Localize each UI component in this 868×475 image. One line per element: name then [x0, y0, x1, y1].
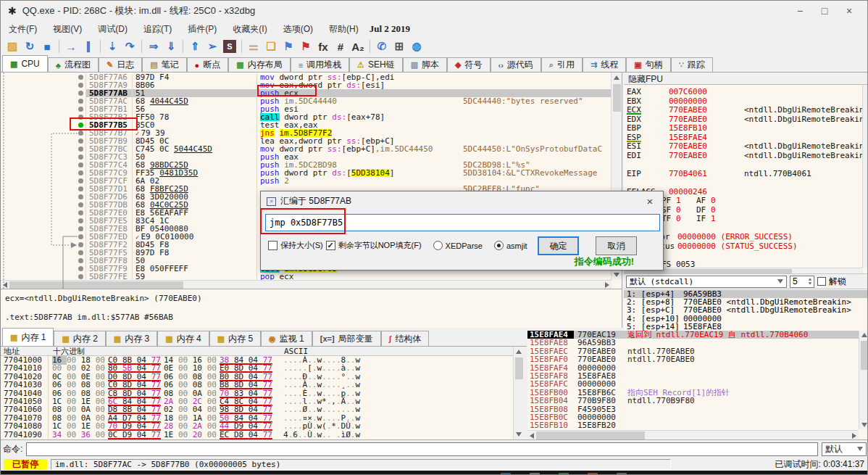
unlock-checkbox[interactable]: [817, 277, 826, 286]
row-dot[interactable]: [78, 154, 83, 160]
tab-seh[interactable]: ⚠SEH链: [349, 57, 403, 72]
disasm-gutter[interactable]: [1, 169, 86, 177]
row-dot[interactable]: [78, 170, 83, 175]
tab-struct[interactable]: ʃ结构体: [381, 331, 430, 346]
radio-asmjit[interactable]: [494, 241, 504, 250]
menu-item[interactable]: 追踪(T): [135, 21, 180, 38]
disasm-gutter[interactable]: [1, 177, 86, 185]
stop-icon[interactable]: ■: [38, 38, 56, 54]
bookmarks-icon[interactable]: ⚑: [297, 38, 314, 54]
disasm-gutter[interactable]: [1, 257, 86, 265]
step-out-icon[interactable]: ⇑: [186, 38, 204, 54]
stack-hscroll-thumb[interactable]: [536, 431, 645, 439]
tab-dump-5[interactable]: ▦内存 5: [209, 331, 261, 346]
disasm-gutter[interactable]: [1, 233, 86, 241]
row-dot[interactable]: [78, 146, 83, 152]
step-over-icon[interactable]: ↷: [121, 38, 138, 54]
stack-view[interactable]: 15E8FAE4770EAC19返回到 ntdll.770EAC19 自 ntd…: [527, 331, 868, 439]
row-dot[interactable]: [78, 91, 83, 96]
row-dot[interactable]: [78, 226, 83, 231]
menu-item[interactable]: 调试(D): [90, 21, 135, 38]
menu-item[interactable]: 选项(O): [275, 21, 321, 38]
minimize-button[interactable]: −: [788, 5, 812, 17]
command-script-select[interactable]: 默认: [822, 442, 867, 456]
row-dot[interactable]: [78, 131, 83, 136]
disasm-gutter[interactable]: [1, 201, 86, 209]
row-dot[interactable]: [78, 194, 83, 199]
assemble-dialog-titlebar[interactable]: ≡ 汇编于 5D8F77AB ×: [261, 191, 663, 211]
disasm-hscrollbar[interactable]: [1, 280, 612, 289]
assemble-instruction-input[interactable]: [265, 214, 660, 231]
dialog-close-icon[interactable]: ×: [643, 195, 657, 207]
tab-trace[interactable]: ∵跟踪: [671, 57, 713, 72]
tab-dump-2[interactable]: ▦内存 2: [54, 331, 105, 346]
argument-row[interactable]: 5: [esp+14]15E8FAE8: [624, 323, 868, 331]
register-row[interactable]: EBP15E8FB10: [624, 124, 868, 133]
row-dot[interactable]: [78, 250, 83, 255]
disasm-gutter[interactable]: [1, 193, 86, 201]
register-row[interactable]: [624, 178, 868, 188]
stack-vscrollbar[interactable]: [859, 331, 868, 429]
disasm-gutter[interactable]: [1, 185, 86, 193]
disasm-gutter[interactable]: [1, 249, 86, 257]
restart-icon[interactable]: ↻: [21, 38, 38, 54]
tab-call-stack[interactable]: ≡调用堆栈: [291, 57, 349, 72]
row-dot[interactable]: [78, 83, 83, 88]
hide-fpu-button[interactable]: 隐藏FPU: [624, 73, 868, 85]
disasm-gutter[interactable]: [1, 81, 86, 89]
register-row[interactable]: EDX770EABE0<ntdll.DbgUiRemoteBreakin>: [624, 115, 868, 125]
disasm-gutter[interactable]: [1, 129, 86, 137]
menu-item[interactable]: 帮助(H): [321, 21, 367, 38]
tab-log[interactable]: ✎日志: [99, 57, 142, 72]
row-dot[interactable]: [78, 75, 83, 80]
row-dot[interactable]: [78, 162, 83, 168]
register-row[interactable]: EDI770EABE0<ntdll.DbgUiRemoteBreakin>: [624, 152, 868, 161]
run-icon[interactable]: →: [62, 38, 80, 54]
command-input[interactable]: [26, 442, 818, 456]
patches-icon[interactable]: ⚌: [245, 38, 262, 54]
disasm-gutter[interactable]: [1, 265, 86, 273]
tab-handles[interactable]: ▣句柄: [626, 57, 670, 72]
register-row[interactable]: EAX007C6000: [624, 88, 868, 97]
disasm-gutter[interactable]: [1, 153, 86, 161]
row-dot[interactable]: [78, 242, 83, 247]
tab-script[interactable]: ▥脚本: [403, 57, 447, 72]
calculator-icon[interactable]: ⊞: [391, 38, 408, 54]
open-file-icon[interactable]: ▨: [4, 38, 21, 54]
dump-vscrollbar[interactable]: [513, 347, 524, 439]
row-dot[interactable]: [78, 99, 83, 104]
arg-count-spinner[interactable]: 5: [790, 276, 814, 288]
memory-dump-view[interactable]: 地址 十六进制 ASCII 7704100016 00 18 00C0 8B 0…: [1, 347, 524, 439]
keep-size-checkbox[interactable]: [268, 241, 277, 250]
strings-icon[interactable]: A₂: [349, 38, 367, 54]
nop-fill-checkbox[interactable]: [326, 241, 335, 250]
disasm-gutter[interactable]: [1, 137, 86, 145]
tab-dump-1[interactable]: ▦内存 1: [2, 328, 54, 346]
tab-source[interactable]: ‹›源代码: [491, 57, 541, 72]
tab-breakpoints[interactable]: ●断点: [187, 57, 229, 72]
calling-convention-select[interactable]: 默认 (stdcall): [626, 276, 787, 288]
tab-locals[interactable]: [x=]局部变量: [312, 331, 381, 346]
tab-watch-1[interactable]: ◉监视 1: [261, 331, 312, 346]
row-dot[interactable]: [78, 258, 83, 263]
row-dot[interactable]: [78, 139, 83, 144]
row-dot[interactable]: [78, 234, 83, 239]
stack-vscroll-thumb[interactable]: [861, 341, 868, 370]
stack-row[interactable]: 15E8FAF0770EABE0ntdll.770EABE0: [527, 355, 868, 363]
row-dot[interactable]: [78, 186, 83, 191]
comments-icon[interactable]: ❏: [262, 38, 280, 54]
stack-row[interactable]: 15E8FB1015E8FB20: [527, 421, 868, 429]
disasm-gutter[interactable]: [1, 225, 86, 233]
row-dot[interactable]: [78, 202, 83, 207]
script-icon[interactable]: S: [223, 40, 236, 53]
dump-row[interactable]: 7704109034 00 36 000C D9 04 771E 00 20 0…: [1, 431, 524, 439]
cancel-button[interactable]: 取消: [596, 236, 637, 255]
disasm-gutter[interactable]: [1, 89, 86, 97]
breakpoint-dot[interactable]: [78, 123, 83, 128]
tab-graph[interactable]: ♣流程图: [48, 57, 99, 72]
tab-dump-3[interactable]: ▦内存 3: [106, 331, 157, 346]
row-dot[interactable]: [78, 107, 83, 112]
phone-icon[interactable]: ✆: [373, 38, 391, 54]
tab-memory-map[interactable]: ▦内存布局: [228, 57, 290, 72]
maximize-button[interactable]: □: [812, 5, 837, 17]
